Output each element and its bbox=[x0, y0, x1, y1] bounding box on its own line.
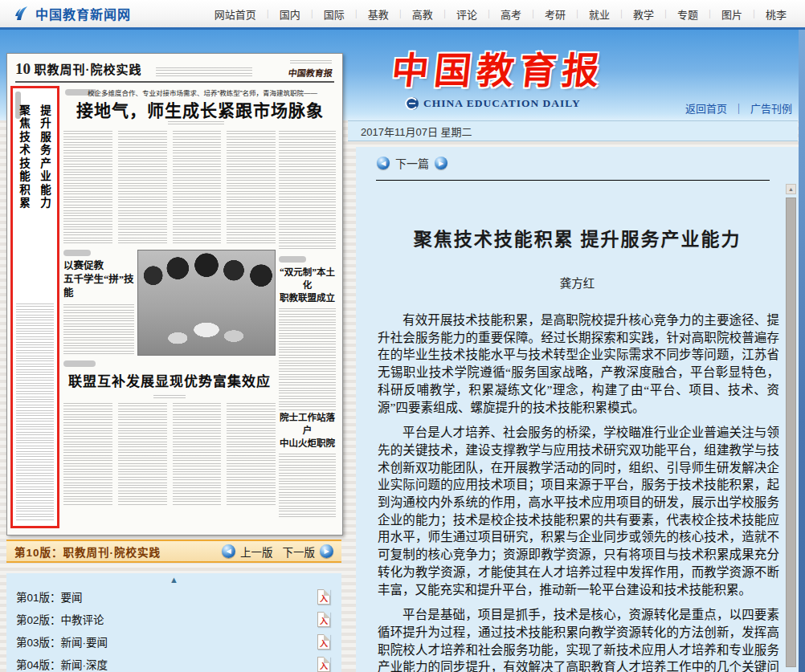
topnav-link-basic-edu[interactable]: 基教 bbox=[361, 6, 396, 22]
page-list-item: 第02版：中教评论 入 bbox=[6, 608, 341, 630]
topnav-link-kaoyan[interactable]: 考研 bbox=[537, 6, 573, 22]
highlighted-article-region[interactable]: 提升服务产业能力 聚焦技术技能积累 bbox=[10, 86, 59, 528]
topnav-link-home[interactable]: 网站首页 bbox=[207, 6, 264, 22]
paper-subtitle-row: CHINA EDUCATION DAILY bbox=[405, 96, 581, 111]
menu-separator: ｜ bbox=[750, 7, 758, 20]
topnav-link-special[interactable]: 专题 bbox=[670, 6, 705, 22]
current-page-label: 第10版：职教周刊·院校实践 bbox=[14, 544, 161, 560]
page-list-item: 第01版：要闻 入 bbox=[6, 585, 341, 608]
newspaper-page-number: 10 bbox=[15, 60, 31, 77]
highlighted-article-bodytext bbox=[16, 303, 54, 522]
topnav-menu: 网站首页｜ 国内｜ 国际｜ 基教｜ 高教｜ 评论｜ 高考｜ 考研｜ 就业｜ 教学… bbox=[207, 6, 794, 22]
menu-separator: ｜ bbox=[264, 7, 272, 20]
topnav-link-photos[interactable]: 图片 bbox=[714, 6, 750, 22]
menu-separator: ｜ bbox=[573, 7, 582, 20]
page-list-item: 第03版：新闻·要闻 入 bbox=[6, 630, 341, 653]
arrow-up-icon: ▲ bbox=[788, 186, 794, 192]
pdf-icon[interactable]: 入 bbox=[317, 612, 330, 627]
site-logo-text: 中国教育新闻网 bbox=[35, 4, 131, 23]
story-headline: “双元制”本土化 职教联盟成立 bbox=[279, 266, 336, 304]
prev-page-button[interactable]: ◀ bbox=[222, 544, 235, 558]
date-bar: 2017年11月07日 星期二 bbox=[348, 120, 798, 141]
story-alliance: 联盟互补发展显现优势富集效应 bbox=[63, 360, 276, 528]
arrow-left-icon: ◀ bbox=[226, 548, 231, 555]
menu-separator: ｜ bbox=[529, 7, 537, 20]
newspaper-photo bbox=[137, 250, 276, 356]
topnav-link-domestic[interactable]: 国内 bbox=[272, 6, 308, 22]
lead-story-kicker: 校企多维度合作、专业对接市场需求、培养“教练型”名师，青海建筑职院—— bbox=[70, 88, 335, 97]
link-separator: ｜ bbox=[733, 100, 744, 116]
topnav-link-comment[interactable]: 评论 bbox=[449, 6, 484, 22]
newspaper-page-preview[interactable]: 10 职教周刊·院校实践 中国教育报 提升服务产业能力 聚焦技术技能积累 校企多… bbox=[6, 53, 343, 536]
story-bodytext bbox=[63, 304, 134, 354]
topnav-link-international[interactable]: 国际 bbox=[317, 6, 352, 22]
pdf-icon[interactable]: 入 bbox=[317, 657, 330, 672]
lead-story-byline bbox=[168, 121, 224, 125]
page-link-04[interactable]: 第04版：新闻·深度 bbox=[16, 656, 108, 672]
menu-separator: ｜ bbox=[617, 7, 626, 20]
site-logo-icon bbox=[13, 5, 31, 22]
scrollbar-thumb[interactable] bbox=[786, 198, 796, 667]
prev-article-button[interactable]: ◀ bbox=[377, 157, 390, 169]
section-tag-icon bbox=[279, 256, 306, 263]
newspaper-mini-dateline bbox=[290, 60, 332, 63]
next-article-button[interactable]: ▶ bbox=[435, 157, 447, 169]
menu-separator: ｜ bbox=[396, 7, 405, 20]
newspaper-right-column: “双元制”本土化 职教联盟成立 院士工作站落户 中山火炬职院 bbox=[279, 131, 336, 528]
page-link-03[interactable]: 第03版：新闻·要闻 bbox=[16, 633, 108, 650]
newspaper-section-title: 职教周刊·院校实践 bbox=[34, 63, 141, 76]
prev-page-link[interactable]: 上一版 bbox=[240, 544, 273, 560]
pdf-icon[interactable]: 入 bbox=[317, 634, 330, 650]
back-home-link[interactable]: 返回首页 bbox=[685, 100, 727, 116]
scroll-up-button[interactable]: ▲ bbox=[6, 573, 341, 585]
newspaper-text-columns bbox=[63, 403, 276, 506]
section-tag-icon bbox=[63, 250, 91, 256]
newspaper-mini-logo: 中国教育报 bbox=[288, 66, 333, 79]
menu-separator: ｜ bbox=[308, 7, 317, 20]
article-scrollbar: ▲ bbox=[786, 184, 796, 672]
article-paragraph: 平台是人才培养、社会服务的桥梁，学校瞄准行业企业普遍关注与领先的关键技术，建设支… bbox=[378, 424, 779, 598]
page-link-01[interactable]: 第01版：要闻 bbox=[16, 589, 83, 605]
arrow-right-icon: ▶ bbox=[324, 548, 329, 555]
story-byline bbox=[153, 395, 186, 398]
next-page-link[interactable]: 下一版 bbox=[283, 544, 316, 560]
highlighted-article-vertical-title: 提升服务产业能力 聚焦技术技能积累 bbox=[13, 104, 55, 305]
story-headline: 以赛促教 五千学生“拼”技能 bbox=[63, 259, 134, 300]
current-page-bar: 第10版：职教周刊·院校实践 ◀ 上一版 下一版 ▶ bbox=[6, 540, 341, 563]
section-tag-icon bbox=[63, 360, 96, 367]
column-bodytext bbox=[279, 131, 336, 251]
story-skills-competition: 以赛促教 五千学生“拼”技能 bbox=[63, 250, 134, 357]
date-text: 2017年11月07日 星期二 bbox=[361, 124, 472, 139]
masthead-links: 返回首页 ｜ 广告刊例 bbox=[685, 100, 792, 116]
scrollbar-up-button[interactable]: ▲ bbox=[786, 184, 796, 194]
next-article-label[interactable]: 下一篇 bbox=[395, 155, 429, 171]
pdf-icon[interactable]: 入 bbox=[317, 589, 330, 605]
menu-separator: ｜ bbox=[484, 7, 493, 20]
topnav-link-gaokao[interactable]: 高考 bbox=[493, 6, 529, 22]
newspaper-text-columns bbox=[63, 131, 276, 245]
story-headline: 院士工作站落户 中山火炬职院 bbox=[279, 411, 336, 450]
column-bodytext bbox=[279, 308, 336, 411]
article-body: 有效开展技术技能积累，是高职院校提升核心竞争力的主要途径、提升社会服务能力的重要… bbox=[378, 312, 779, 672]
next-page-button[interactable]: ▶ bbox=[320, 544, 333, 558]
article-author: 龚方红 bbox=[356, 274, 799, 291]
topnav-link-taoli[interactable]: 桃李 bbox=[758, 6, 794, 22]
top-navigation-bar: 中国教育新闻网 网站首页｜ 国内｜ 国际｜ 基教｜ 高教｜ 评论｜ 高考｜ 考研… bbox=[0, 0, 805, 28]
topnav-link-higher-edu[interactable]: 高教 bbox=[405, 6, 440, 22]
story-headline: 联盟互补发展显现优势富集效应 bbox=[63, 370, 276, 390]
page-list-item: 第04版：新闻·深度 入 bbox=[6, 653, 341, 672]
article-title: 聚焦技术技能积累 提升服务产业能力 bbox=[372, 224, 783, 251]
topnav-link-jobs[interactable]: 就业 bbox=[582, 6, 617, 22]
article-nav: ◀ 下一篇 ▶ bbox=[356, 147, 799, 171]
article-paragraph: 有效开展技术技能积累，是高职院校提升核心竞争力的主要途径、提升社会服务能力的重要… bbox=[378, 312, 779, 416]
arrow-left-icon: ◀ bbox=[381, 160, 386, 167]
page-edge-strip bbox=[799, 30, 805, 672]
site-logo[interactable]: 中国教育新闻网 bbox=[13, 4, 131, 23]
paper-globe-icon bbox=[405, 96, 419, 111]
newspaper-header-smallprint bbox=[156, 67, 252, 78]
arrow-right-icon: ▶ bbox=[439, 160, 443, 167]
page-link-02[interactable]: 第02版：中教评论 bbox=[16, 611, 104, 627]
topnav-link-teaching[interactable]: 教学 bbox=[626, 6, 661, 22]
ad-rates-link[interactable]: 广告刊例 bbox=[750, 100, 792, 116]
article-paragraph: 平台是基础，项目是抓手，技术是核心，资源转化是重点，以四要素循环提升为过程，通过… bbox=[378, 606, 779, 672]
